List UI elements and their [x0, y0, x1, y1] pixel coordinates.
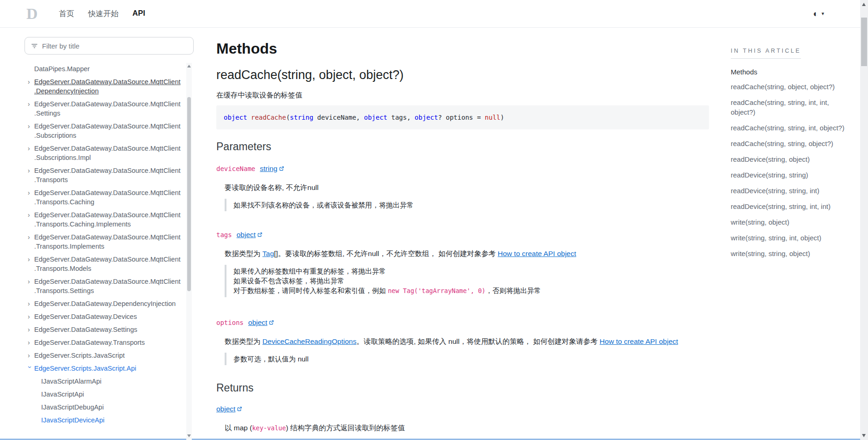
sidebar-item[interactable]: ›EdgeServer.Scripts.JavaScript.Api: [24, 362, 182, 375]
site-logo[interactable]: D: [26, 6, 38, 22]
parameter-name: tags: [216, 230, 232, 240]
sidebar-item[interactable]: ›EdgeServer.DataGateway.DependencyInject…: [24, 297, 182, 310]
toc-item-9[interactable]: write(string, string, int, object): [731, 233, 852, 243]
sidebar-item[interactable]: IJavaScriptDeviceApi: [24, 414, 182, 427]
sidebar-item[interactable]: ›EdgeServer.DataGateway.DataSource.MqttC…: [24, 253, 182, 275]
text-span: 数据类型为: [225, 250, 263, 257]
chevron-down-icon[interactable]: ›: [25, 366, 35, 373]
parameter-description: 数据类型为 Tag[]。要读取的标签数组, 不允许null，不允许空数组， 如何…: [216, 248, 709, 259]
returns-description: 以 map (key-value) 结构字典的方式返回读取到的标签值: [216, 422, 709, 434]
text-span: 参数可选，默认值为 null: [233, 355, 309, 363]
sidebar-item[interactable]: DataPipes.Mapper: [24, 62, 182, 75]
sidebar-item-label: IJavaScriptApi: [41, 390, 182, 399]
chevron-right-icon[interactable]: ›: [28, 255, 34, 273]
toc-item-10[interactable]: write(string, string, object): [731, 249, 852, 258]
returns-heading: Returns: [216, 381, 709, 395]
sidebar-item[interactable]: ›EdgeServer.DataGateway.DataSource.MqttC…: [24, 120, 182, 142]
sidebar-scrollbar-thumb[interactable]: [187, 97, 191, 291]
chevron-right-icon[interactable]: ›: [28, 325, 34, 334]
parameter-heading: deviceNamestring: [216, 164, 709, 174]
chevron-right-icon[interactable]: ›: [28, 312, 34, 321]
parameter-heading: tagsobject: [216, 230, 709, 240]
nav-link-1[interactable]: 快速开始: [88, 9, 119, 19]
chevron-right-icon[interactable]: ›: [28, 232, 34, 251]
note-blockquote: 如果传入的标签数组中有重复的标签，将抛出异常如果设备不包含该标签，将抛出异常对于…: [225, 265, 709, 297]
sidebar-item-label: IJavaScriptAlarmApi: [41, 377, 182, 386]
chevron-right-icon: [35, 377, 41, 386]
sidebar-item[interactable]: ›EdgeServer.DataGateway.Transports: [24, 336, 182, 349]
theme-toggle[interactable]: ◐ ▾: [813, 9, 824, 18]
sidebar-item[interactable]: ›EdgeServer.DataGateway.DataSource.MqttC…: [24, 208, 182, 231]
sidebar-item[interactable]: ›EdgeServer.DataGateway.DataSource.MqttC…: [24, 231, 182, 253]
sidebar-item[interactable]: ›EdgeServer.DataGateway.Settings: [24, 323, 182, 336]
sidebar-item[interactable]: ›EdgeServer.DataGateway.DataSource.MqttC…: [24, 142, 182, 164]
sidebar-item[interactable]: ›EdgeServer.DataGateway.DataSource.MqttC…: [24, 75, 182, 98]
sidebar-item[interactable]: ›EdgeServer.DataGateway.DataSource.MqttC…: [24, 275, 182, 297]
sidebar-item[interactable]: ›EdgeServer.DataGateway.DataSource.MqttC…: [24, 98, 182, 120]
sidebar-item[interactable]: IJavaScriptAlarmApi: [24, 375, 182, 388]
toc-group-methods[interactable]: Methods: [731, 68, 852, 76]
chevron-right-icon[interactable]: ›: [28, 277, 34, 295]
scroll-up-icon[interactable]: [187, 65, 191, 67]
returns-type-row: object: [216, 404, 709, 414]
nav-link-2[interactable]: API: [133, 9, 146, 19]
parameter-name: options: [216, 318, 244, 328]
toc-item-7[interactable]: readDevice(string, string, int, int): [731, 202, 852, 211]
content-link[interactable]: DeviceCacheReadingOptions: [263, 337, 356, 345]
toc-item-6[interactable]: readDevice(string, string, int): [731, 186, 852, 196]
sidebar-item[interactable]: ›EdgeServer.Scripts.JavaScript: [24, 349, 182, 362]
sidebar-item-label: EdgeServer.DataGateway.Settings: [34, 325, 182, 334]
chevron-right-icon[interactable]: ›: [28, 299, 34, 308]
chevron-down-icon: ▾: [821, 11, 824, 17]
code-token: object: [224, 114, 247, 121]
toc-items: readCache(string, object, object?)readCa…: [731, 82, 852, 258]
filter-icon: [31, 43, 38, 49]
toc-item-1[interactable]: readCache(string, string, int, int, obje…: [731, 98, 852, 117]
chevron-right-icon[interactable]: ›: [28, 338, 34, 347]
sidebar-item-label: EdgeServer.DataGateway.Transports: [34, 338, 182, 347]
sidebar-item[interactable]: ›EdgeServer.DataGateway.DataSource.MqttC…: [24, 186, 182, 208]
sidebar-item[interactable]: IJavaScriptApi: [24, 388, 182, 401]
nav-link-0[interactable]: 首页: [59, 9, 74, 19]
sidebar-item-label: EdgeServer.Scripts.JavaScript.Api: [34, 364, 182, 373]
text-span: 对于数组标签，请同时传入标签名和索引值，例如: [233, 287, 388, 294]
sidebar-item-label: DataPipes.Mapper: [34, 64, 182, 73]
content-link[interactable]: How to create API object: [599, 337, 678, 345]
code-token: object: [415, 114, 438, 121]
scroll-up-icon[interactable]: [862, 3, 866, 6]
toc-item-0[interactable]: readCache(string, object, object?): [731, 82, 852, 92]
scroll-down-icon[interactable]: [862, 434, 866, 437]
toc-item-4[interactable]: readDevice(string, object): [731, 154, 852, 164]
parameter-description: 要读取的设备名称, 不允许null: [216, 182, 709, 193]
chevron-right-icon[interactable]: ›: [28, 351, 34, 360]
scroll-down-icon[interactable]: [187, 434, 191, 437]
content-link[interactable]: Tag: [263, 250, 274, 257]
external-link-icon: [237, 405, 242, 413]
chevron-right-icon[interactable]: ›: [28, 210, 34, 229]
toc-item-5[interactable]: readDevice(string, string): [731, 170, 852, 180]
toc-item-3[interactable]: readCache(string, string, object?): [731, 139, 852, 148]
toc-item-2[interactable]: readCache(string, string, int, object?): [731, 123, 852, 133]
content-link[interactable]: How to create API object: [498, 250, 576, 257]
parameter-type-link[interactable]: object: [248, 318, 274, 328]
page-scrollbar-thumb[interactable]: [861, 18, 867, 66]
chevron-right-icon[interactable]: ›: [28, 122, 34, 140]
sidebar-scrollbar[interactable]: [186, 63, 192, 440]
sidebar-item[interactable]: ›EdgeServer.DataGateway.Devices: [24, 310, 182, 323]
parameter-type-link[interactable]: string: [260, 164, 284, 174]
parameter-type-link[interactable]: object: [237, 230, 263, 240]
external-link-icon: [257, 231, 263, 238]
sidebar-item[interactable]: IJavaScriptDebugApi: [24, 401, 182, 414]
page-scrollbar[interactable]: [860, 0, 868, 440]
chevron-right-icon[interactable]: ›: [28, 166, 34, 184]
chevron-right-icon[interactable]: ›: [28, 188, 34, 207]
chevron-right-icon[interactable]: ›: [28, 77, 34, 96]
returns-type-link[interactable]: object: [216, 404, 242, 414]
text-span: 如果传入的标签数组中有重复的标签，将抛出异常: [233, 267, 386, 275]
sidebar-item[interactable]: ›EdgeServer.DataGateway.DataSource.MqttC…: [24, 164, 182, 186]
sidebar-item-label: EdgeServer.DataGateway.DataSource.MqttCl…: [34, 188, 182, 207]
filter-input[interactable]: [42, 42, 187, 50]
chevron-right-icon[interactable]: ›: [28, 144, 34, 162]
chevron-right-icon[interactable]: ›: [28, 99, 34, 118]
toc-item-8[interactable]: write(string, object): [731, 217, 852, 227]
